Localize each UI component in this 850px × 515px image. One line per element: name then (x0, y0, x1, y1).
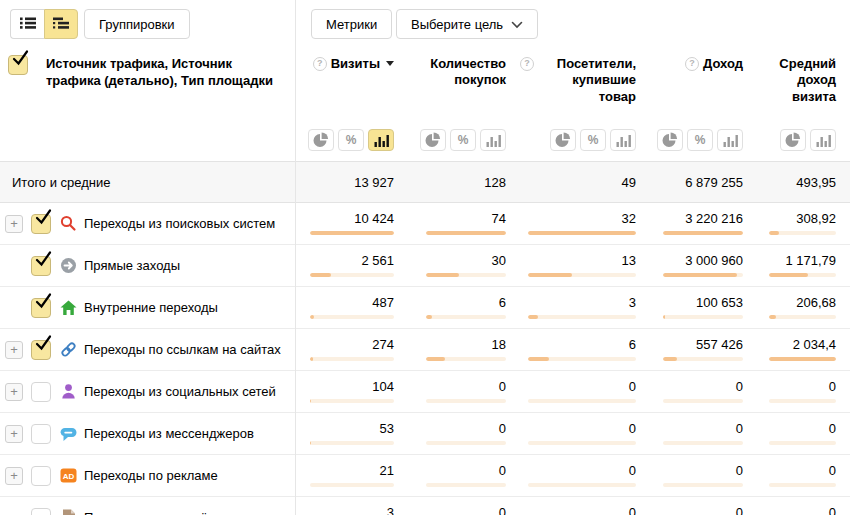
display-mode-switcher: % (420, 129, 506, 151)
metric-bar (528, 483, 636, 487)
pie-chart-icon (555, 132, 571, 148)
pie-mode-button[interactable] (308, 129, 334, 151)
pie-chart-icon (313, 132, 329, 148)
expand-row-button[interactable]: + (5, 215, 23, 233)
expand-row-button[interactable]: + (5, 341, 23, 359)
pie-chart-icon (425, 132, 441, 148)
metric-value: 13 927 (354, 176, 394, 189)
metric-value: 100 653 (696, 296, 743, 309)
expander-slot: + (5, 383, 31, 401)
groupings-button[interactable]: Группировки (84, 9, 190, 39)
metric-bar-fill (426, 315, 432, 319)
metric-bar-fill (310, 441, 311, 445)
metric-cell: 0 (757, 413, 850, 454)
table-row: +Переходы из поисковых систем10 42474323… (0, 203, 850, 245)
metric-cell: 0 (757, 371, 850, 412)
metric-header-label[interactable]: Средний доход визита (757, 56, 836, 105)
expand-row-button[interactable]: + (5, 425, 23, 443)
totals-row: Итого и средние 13 927128496 879 255493,… (0, 161, 850, 203)
metric-cell: 3 000 960 (650, 245, 757, 286)
metric-value: 274 (372, 338, 394, 351)
percent-mode-button[interactable]: % (450, 129, 476, 151)
metric-cell: 0 (520, 371, 650, 412)
link-icon (60, 341, 77, 358)
metric-header-label[interactable]: ?Посетители, купившие товар (520, 56, 636, 105)
metric-cell: 0 (650, 497, 757, 515)
ad-icon: AD (60, 467, 77, 484)
pie-mode-button[interactable] (550, 129, 576, 151)
bars-mode-button[interactable] (610, 129, 636, 151)
metric-value: 3 220 216 (685, 212, 743, 225)
metric-header-text: Количество покупок (408, 56, 506, 89)
metric-bar-fill (528, 273, 572, 277)
select-all-checkbox[interactable] (8, 55, 28, 75)
metric-bar (426, 399, 506, 403)
pie-mode-button[interactable] (657, 129, 683, 151)
metric-cell: 0 (520, 455, 650, 496)
metric-bar (769, 231, 836, 235)
row-label: Переходы с сохранённых страниц (84, 510, 290, 515)
metric-bar (528, 357, 636, 361)
display-mode-switcher (780, 129, 836, 151)
expand-row-button[interactable]: + (5, 383, 23, 401)
row-checkbox[interactable] (31, 340, 51, 360)
metric-value: 0 (736, 380, 743, 393)
row-checkbox[interactable] (31, 298, 51, 318)
metric-header-label[interactable]: Количество покупок (408, 56, 506, 89)
display-mode-switcher: % (308, 129, 394, 151)
metric-bar (663, 441, 743, 445)
metric-bar-fill (426, 357, 445, 361)
metric-value: 0 (736, 506, 743, 515)
metric-cell: 6 879 255 (650, 162, 757, 202)
pie-mode-button[interactable] (780, 129, 806, 151)
metric-value: 0 (829, 464, 836, 477)
row-checkbox[interactable] (31, 424, 51, 444)
expand-row-button[interactable]: + (5, 467, 23, 485)
metric-bar-fill (310, 315, 314, 319)
list-view-button[interactable] (10, 9, 44, 39)
metric-value: 0 (629, 464, 636, 477)
metric-header-label[interactable]: ?Доход (685, 56, 743, 72)
view-toggle (10, 9, 78, 39)
metric-cell: 1 171,79 (757, 245, 850, 286)
pie-mode-button[interactable] (420, 129, 446, 151)
metric-header-cell: ?Посетители, купившие товар% (520, 46, 650, 161)
metric-value: 10 424 (354, 212, 394, 225)
expander-slot: + (5, 341, 31, 359)
percent-icon: % (458, 133, 469, 147)
metric-value: 13 (622, 254, 636, 267)
metrics-button[interactable]: Метрики (311, 9, 392, 39)
table-header: Источник трафика, Источник трафика (дета… (0, 46, 850, 161)
percent-mode-button[interactable]: % (338, 129, 364, 151)
metric-bar (426, 315, 506, 319)
metric-value: 0 (499, 506, 506, 515)
metric-bar-fill (426, 231, 506, 235)
metric-cell: 0 (650, 413, 757, 454)
help-icon[interactable]: ? (313, 57, 327, 71)
row-checkbox[interactable] (31, 214, 51, 234)
percent-mode-button[interactable]: % (687, 129, 713, 151)
metric-bar-fill (663, 315, 665, 319)
bars-mode-button[interactable] (810, 129, 836, 151)
bars-mode-button[interactable] (480, 129, 506, 151)
metric-value: 53 (380, 422, 394, 435)
metric-bar-fill (528, 357, 549, 361)
percent-mode-button[interactable]: % (580, 129, 606, 151)
traffic-sources-report: Группировки Метрики Выберите цель Источн… (0, 0, 850, 515)
bars-mode-button[interactable] (368, 129, 394, 151)
bars-mode-button[interactable] (717, 129, 743, 151)
row-checkbox[interactable] (31, 466, 51, 486)
metric-value: 104 (372, 380, 394, 393)
dimension-cell: Переходы с сохранённых страниц (0, 497, 295, 515)
help-icon[interactable]: ? (520, 57, 534, 71)
metric-header-label[interactable]: ?Визиты (313, 56, 394, 72)
tree-view-button[interactable] (44, 9, 78, 39)
goal-select-button[interactable]: Выберите цель (396, 9, 538, 39)
row-label: Переходы из мессенджеров (84, 426, 254, 441)
help-icon[interactable]: ? (685, 57, 699, 71)
row-checkbox[interactable] (31, 256, 51, 276)
metric-header-text: Доход (703, 56, 743, 72)
metric-bar-fill (310, 357, 313, 361)
row-checkbox[interactable] (31, 508, 51, 515)
row-checkbox[interactable] (31, 382, 51, 402)
